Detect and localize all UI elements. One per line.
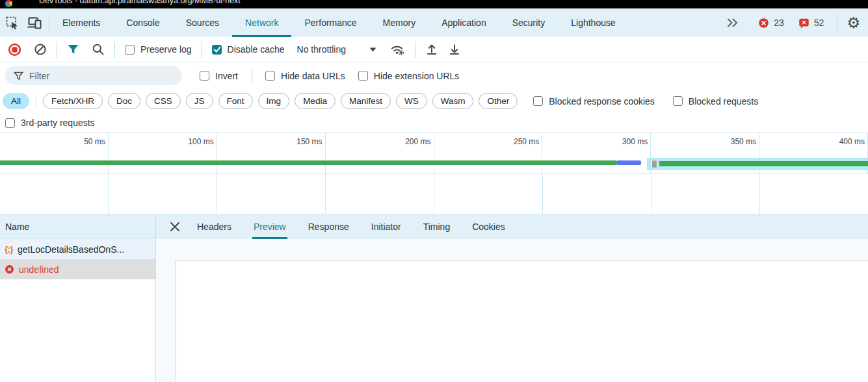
details-tab-preview[interactable]: Preview [252,214,287,239]
divider [837,15,837,31]
tab-elements[interactable]: Elements [49,8,113,37]
request-row-selected[interactable]: undefined [0,259,155,279]
issues-badge[interactable]: 52 [798,18,824,29]
filter-funnel-icon[interactable] [67,44,79,55]
tab-performance[interactable]: Performance [291,8,369,37]
name-column-header[interactable]: Name [0,214,155,239]
third-party-requests-checkbox[interactable]: 3rd-party requests [5,118,95,128]
third-party-row: 3rd-party requests [0,113,868,133]
timeline-tick: 200 ms [405,137,430,146]
chip-img[interactable]: Img [258,93,290,109]
selection-drag-handle[interactable] [651,160,657,168]
invert-checkbox[interactable]: Invert [200,71,238,81]
preserve-log-checkbox[interactable]: Preserve log [125,44,192,55]
hide-extension-urls-label: Hide extension URLs [374,71,460,81]
third-party-requests-label: 3rd-party requests [21,118,95,128]
chip-js[interactable]: JS [186,93,213,109]
divider [202,42,202,58]
details-body [156,239,868,382]
request-name: undefined [19,264,59,275]
record-network-log-icon[interactable] [8,43,21,57]
devtools-tab-bar: Elements Console Sources Network Perform… [0,8,868,37]
details-tab-response[interactable]: Response [307,214,350,239]
browser-favicon [5,0,12,7]
waterfall-body [0,174,868,214]
hide-extension-urls-checkbox[interactable]: Hide extension URLs [358,71,460,81]
tab-sources[interactable]: Sources [173,8,232,37]
checkbox[interactable] [125,45,135,55]
filter-input[interactable] [29,71,166,81]
divider [415,42,415,58]
checkbox[interactable] [200,71,209,81]
blocked-requests-label: Blocked requests [689,96,758,107]
error-badge[interactable]: 23 [758,18,784,29]
chip-doc[interactable]: Doc [108,93,140,109]
timeline-tick: 300 ms [622,137,648,146]
tab-application[interactable]: Application [428,8,499,37]
chip-all[interactable]: All [3,93,29,109]
issues-count: 52 [814,18,824,28]
timeline-overview[interactable]: 50 ms 100 ms 150 ms 200 ms 250 ms 300 ms… [0,133,868,174]
blocked-response-cookies-checkbox[interactable]: Blocked response cookies [533,96,655,107]
overview-bar-blue [616,160,641,165]
details-tab-cookies[interactable]: Cookies [471,214,506,239]
overview-selection[interactable] [647,158,868,170]
hide-data-urls-label: Hide data URLs [281,71,345,81]
blocked-requests-checkbox[interactable]: Blocked requests [673,96,758,107]
network-toolbar: Preserve log Disable cache No throttling [0,37,868,62]
export-har-icon[interactable] [448,43,461,56]
details-tab-initiator[interactable]: Initiator [370,214,402,239]
filter-input-pill[interactable] [5,66,182,85]
divider [36,94,36,108]
clear-network-log-icon[interactable] [34,43,47,56]
checkbox[interactable] [5,118,15,128]
invert-label: Invert [215,71,238,81]
divider [114,42,115,58]
timeline-tick: 400 ms [839,137,865,146]
tab-console[interactable]: Console [113,8,172,37]
overview-bar-green [0,160,616,165]
request-list: Name {;} getLocDetailsBasedOnS... undefi… [0,214,156,382]
bottom-split: Name {;} getLocDetailsBasedOnS... undefi… [0,214,868,382]
tab-memory[interactable]: Memory [370,8,429,37]
checkbox[interactable] [533,96,543,106]
details-tab-timing[interactable]: Timing [422,214,452,239]
chip-ws[interactable]: WS [396,93,427,109]
more-tabs-icon[interactable] [726,16,740,29]
window-title: DevTools - datum.api.piramalswasthya.org… [39,0,241,5]
checkbox-checked[interactable] [212,45,222,55]
chip-fetch-xhr[interactable]: Fetch/XHR [43,93,103,109]
chip-media[interactable]: Media [295,93,335,109]
divider [252,68,252,84]
search-icon[interactable] [92,43,105,56]
chip-font[interactable]: Font [218,93,253,109]
checkbox[interactable] [265,71,275,81]
timeline-tick: 100 ms [188,137,213,146]
timeline-tick: 250 ms [514,137,539,146]
device-toolbar-icon[interactable] [27,16,42,29]
checkbox[interactable] [358,71,368,81]
tab-lighthouse[interactable]: Lighthouse [558,8,629,37]
hide-data-urls-checkbox[interactable]: Hide data URLs [265,71,345,81]
timeline-tick: 50 ms [84,137,105,146]
preserve-log-label: Preserve log [140,44,192,55]
details-tab-headers[interactable]: Headers [196,214,233,239]
chip-other[interactable]: Other [479,93,518,109]
blocked-response-cookies-label: Blocked response cookies [549,96,655,107]
request-row[interactable]: {;} getLocDetailsBasedOnS... [0,239,155,259]
throttling-select[interactable]: No throttling [295,44,376,55]
chevron-down-icon [369,47,376,52]
chip-wasm[interactable]: Wasm [432,93,474,109]
settings-gear-icon[interactable]: ⚙ [847,16,860,31]
checkbox[interactable] [673,96,683,106]
inspect-element-icon[interactable] [6,16,20,30]
import-har-icon[interactable] [425,43,438,56]
close-icon[interactable] [170,222,179,231]
disable-cache-checkbox[interactable]: Disable cache [212,44,285,55]
chip-css[interactable]: CSS [146,93,181,109]
network-conditions-icon[interactable] [390,43,405,56]
disable-cache-label: Disable cache [228,44,285,55]
tab-network[interactable]: Network [232,8,291,37]
chip-manifest[interactable]: Manifest [341,93,391,109]
tab-security[interactable]: Security [499,8,559,37]
